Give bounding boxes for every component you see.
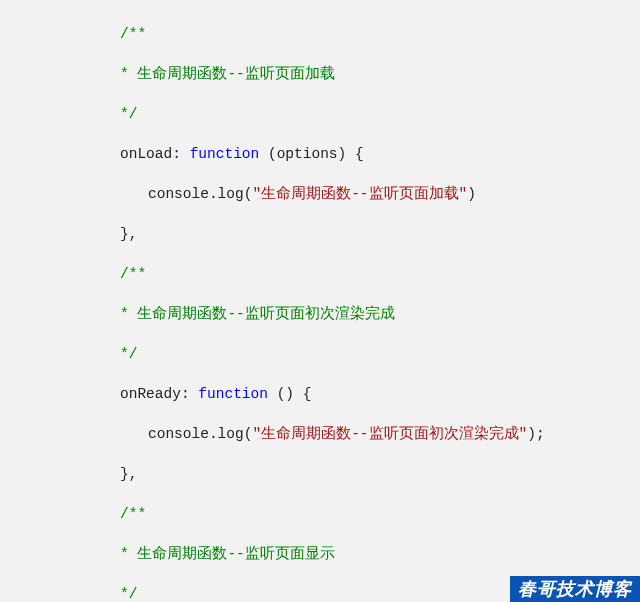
comment-close: */: [120, 346, 137, 362]
console-log: console.log: [148, 186, 244, 202]
watermark-badge: 春哥技术博客: [510, 576, 640, 602]
comment-open: /**: [120, 506, 146, 522]
fn-name: onReady: [120, 386, 181, 402]
function-kw: function: [190, 146, 260, 162]
console-log: console.log: [148, 426, 244, 442]
comment-close: */: [120, 106, 137, 122]
comment-desc: * 生命周期函数--监听页面显示: [120, 546, 335, 562]
log-string: "生命周期函数--监听页面加载": [252, 186, 467, 202]
comment-open: /**: [120, 26, 146, 42]
function-kw: function: [198, 386, 268, 402]
block-close: },: [120, 466, 137, 482]
comment-desc: * 生命周期函数--监听页面初次渲染完成: [120, 306, 395, 322]
comment-close: */: [120, 586, 137, 602]
fn-params: options: [277, 146, 338, 162]
fn-name: onLoad: [120, 146, 172, 162]
code-block: /** * 生命周期函数--监听页面加载 */ onLoad: function…: [0, 0, 640, 602]
comment-open: /**: [120, 266, 146, 282]
log-string: "生命周期函数--监听页面初次渲染完成": [252, 426, 527, 442]
block-close: },: [120, 226, 137, 242]
comment-desc: * 生命周期函数--监听页面加载: [120, 66, 335, 82]
